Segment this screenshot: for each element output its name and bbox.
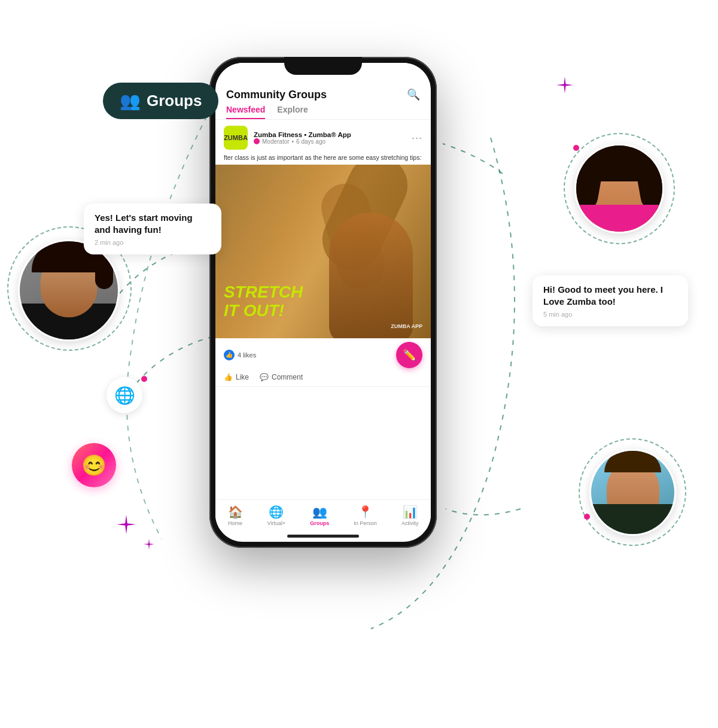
post-card: ZUMBA Zumba Fitness • Zumba® App Moderat… [215, 120, 431, 165]
globe-icon-float: 🌐 [107, 377, 142, 413]
globe-circle: 🌐 [107, 377, 142, 413]
like-thumb: 👍 [224, 350, 235, 360]
stretch-brand-text: ZUMBA APP [391, 323, 422, 330]
nav-item-activity[interactable]: 📊 Activity [401, 505, 419, 526]
likes-count-area: 👍 4 likes [224, 350, 256, 360]
like-label: Like [236, 373, 249, 381]
like-icon: 👍 [224, 373, 233, 381]
comment-label: Comment [272, 373, 303, 381]
post-avatar: ZUMBA [224, 126, 248, 150]
home-icon: 🏠 [228, 505, 243, 519]
chat-bubble-right: Hi! Good to meet you here. I Love Zumba … [533, 275, 688, 326]
bubble-left-time: 2 min ago [95, 239, 211, 246]
verified-dot [254, 138, 260, 144]
dot-accent-1 [573, 145, 579, 151]
post-body-text: fter class is just as important as the h… [224, 153, 422, 162]
post-image: STRETCH IT OUT! ZUMBA APP [215, 165, 431, 338]
stretch-text: STRETCH IT OUT! [224, 283, 303, 320]
nav-item-in-person[interactable]: 📍 In Person [354, 505, 377, 526]
phone-screen: Community Groups 🔍 Newsfeed Explore ZUMB… [215, 63, 431, 542]
groups-badge-icon: 👥 [120, 91, 141, 111]
app-header: Community Groups 🔍 [215, 86, 431, 101]
chat-bubble-left: Yes! Let's start moving and having fun! … [84, 204, 221, 254]
nav-label-activity: Activity [401, 520, 419, 526]
nav-item-virtual[interactable]: 🌐 Virtual+ [267, 505, 286, 526]
post-group-name: Zumba Fitness • Zumba® App [254, 131, 406, 138]
tab-explore[interactable]: Explore [277, 105, 308, 119]
app-tabs: Newsfeed Explore [215, 101, 431, 120]
virtual-icon: 🌐 [269, 505, 284, 519]
comment-icon: 💬 [260, 373, 269, 381]
phone-notch [284, 57, 362, 75]
phone-mockup: Community Groups 🔍 Newsfeed Explore ZUMB… [209, 57, 437, 548]
post-likes-row: 👍 4 likes ✏️ [215, 338, 431, 371]
post-more-button[interactable]: ··· [412, 132, 422, 144]
post-group-sub: Moderator • 6 days ago [254, 138, 406, 145]
smiley-icon-float: 😊 [72, 443, 116, 487]
home-indicator [215, 530, 431, 542]
stretch-line2: IT OUT! [224, 301, 284, 320]
nav-label-groups: Groups [310, 520, 329, 526]
fab-compose-button[interactable]: ✏️ [396, 342, 422, 368]
bubble-right-time: 5 min ago [543, 311, 677, 318]
stretch-line1: STRETCH [224, 283, 303, 301]
post-role: Moderator [262, 138, 290, 145]
post-bullet: • [292, 138, 294, 145]
app-header-row: Community Groups 🔍 [226, 88, 420, 101]
app-title: Community Groups [226, 89, 327, 101]
home-bar [287, 535, 359, 538]
dot-accent-3 [584, 514, 590, 520]
activity-icon: 📊 [403, 505, 418, 519]
avatar-top-right [574, 144, 664, 233]
search-icon[interactable]: 🔍 [407, 88, 420, 101]
nav-label-in-person: In Person [354, 520, 377, 526]
nav-label-home: Home [228, 520, 242, 526]
sparkle-bottom-left-2 [144, 539, 154, 550]
bubble-right-text: Hi! Good to meet you here. I Love Zumba … [543, 284, 677, 308]
comment-button[interactable]: 💬 Comment [260, 373, 303, 381]
sparkle-bottom-left-1 [117, 515, 136, 534]
nav-item-home[interactable]: 🏠 Home [228, 505, 243, 526]
groups-badge: 👥 Groups [103, 83, 218, 119]
tab-newsfeed[interactable]: Newsfeed [226, 105, 265, 119]
like-button[interactable]: 👍 Like [224, 373, 249, 381]
zumba-logo-text: ZUMBA [224, 134, 248, 141]
avatar-left [18, 239, 120, 341]
bubble-left-text: Yes! Let's start moving and having fun! [95, 212, 211, 236]
nav-label-virtual: Virtual+ [267, 520, 286, 526]
bottom-nav: 🏠 Home 🌐 Virtual+ 👥 Groups 📍 In Person 📊 [215, 499, 431, 530]
post-meta: Zumba Fitness • Zumba® App Moderator • 6… [254, 131, 406, 145]
post-author-row: ZUMBA Zumba Fitness • Zumba® App Moderat… [224, 126, 422, 150]
compose-icon: ✏️ [403, 348, 416, 362]
groups-badge-text: Groups [147, 92, 202, 110]
sparkle-top-right [556, 77, 573, 93]
smiley-circle: 😊 [72, 443, 116, 487]
in-person-icon: 📍 [358, 505, 373, 519]
groups-nav-icon: 👥 [312, 505, 327, 519]
nav-item-groups[interactable]: 👥 Groups [310, 505, 329, 526]
likes-count: 4 likes [238, 351, 256, 359]
action-bar: 👍 Like 💬 Comment [215, 371, 431, 387]
phone-shell: Community Groups 🔍 Newsfeed Explore ZUMB… [209, 57, 437, 548]
post-time: 6 days ago [296, 138, 325, 145]
avatar-bottom-right [589, 449, 676, 536]
